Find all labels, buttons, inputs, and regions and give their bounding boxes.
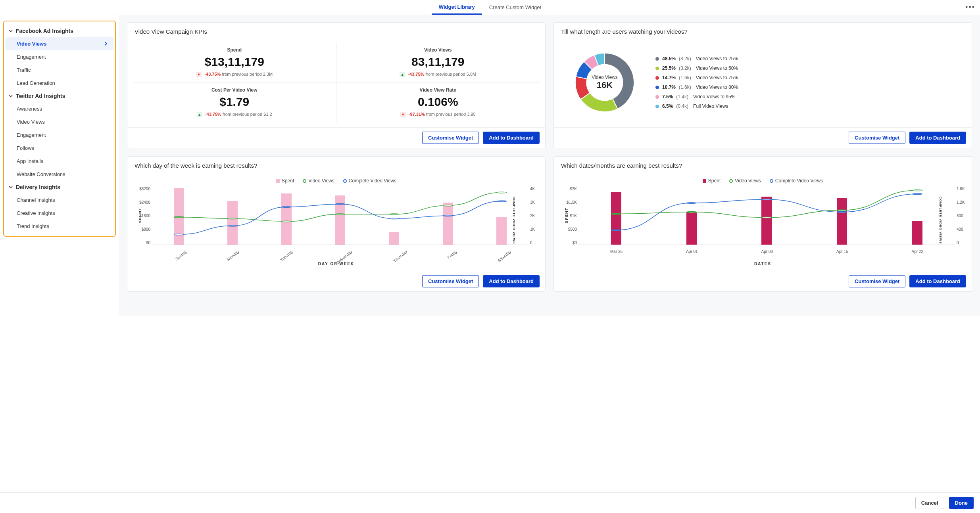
legend-row: 14.7% (1.6k) Video Views to 75% — [655, 73, 965, 82]
legend-dot-icon — [655, 105, 659, 108]
dates-chart: $2K$1.5K$1K$500$01.6K1.2K8004000Mar 25Ap… — [578, 187, 955, 252]
legend-count: (1.6k) — [679, 84, 691, 90]
sidebar-group-twitter[interactable]: Twitter Ad Insights — [6, 90, 113, 102]
svg-point-17 — [837, 210, 847, 211]
customise-widget-button[interactable]: Customise Widget — [422, 275, 479, 287]
svg-point-0 — [174, 216, 184, 218]
sidebar-item-trend-insights[interactable]: Trend Insights — [6, 220, 113, 233]
widget-video-view-kpis: Video View Campaign KPIs Spend $13,11,17… — [127, 22, 546, 148]
sidebar-item-engagement-tw[interactable]: Engagement — [6, 128, 113, 142]
sidebar-item-engagement[interactable]: Engagement — [6, 50, 113, 63]
trend-up-icon: ▲ — [400, 72, 405, 77]
legend-count: (1.4k) — [676, 94, 688, 100]
donut-center-label: Video Views — [592, 75, 618, 80]
sidebar-item-traffic[interactable]: Traffic — [6, 63, 113, 77]
widget-day-of-week-results: Which day of the week is earning best re… — [127, 156, 546, 292]
kpi-label: Video View Rate — [340, 87, 536, 93]
chevron-down-icon — [9, 185, 13, 190]
trend-down-icon: ▼ — [400, 112, 406, 117]
svg-point-1 — [228, 218, 238, 219]
sidebar-item-label: Video Views — [17, 41, 46, 47]
svg-point-19 — [611, 230, 621, 231]
svg-point-12 — [443, 215, 453, 216]
donut-chart: Video Views 16K — [561, 45, 648, 120]
customise-widget-button[interactable]: Customise Widget — [422, 132, 479, 144]
widget-gallery: Video View Campaign KPIs Spend $13,11,17… — [119, 15, 980, 316]
svg-point-6 — [497, 192, 507, 193]
legend-desc: Full Video Views — [693, 103, 728, 109]
legend-row: 25.5% (3.2k) Video Views to 50% — [655, 63, 965, 73]
sidebar-group-label: Facebook Ad Insights — [16, 28, 73, 34]
add-to-dashboard-button[interactable]: Add to Dashboard — [483, 132, 540, 144]
widget-title: Which dates/months are earning best resu… — [554, 157, 972, 173]
legend-count: (3.2k) — [679, 56, 691, 61]
sidebar-group-label: Delivery Insights — [16, 184, 60, 190]
widget-category-sidebar: Facebook Ad Insights Video Views Engagem… — [3, 21, 116, 237]
legend-count: (0.4k) — [676, 103, 688, 109]
kpi-delta: ▼ -43.75% from previous period 2.3M — [137, 72, 332, 77]
chevron-down-icon — [9, 94, 13, 98]
legend-pct: 7.5% — [662, 94, 673, 100]
y2-axis-label: COMPLETE VIDEO VIEWS — [939, 197, 943, 244]
add-to-dashboard-button[interactable]: Add to Dashboard — [909, 275, 966, 287]
sidebar-item-website-conversions[interactable]: Website Conversions — [6, 168, 113, 181]
legend-pct: 6.5% — [662, 103, 673, 109]
legend-pct: 14.7% — [662, 75, 676, 80]
sidebar-item-follows[interactable]: Follows — [6, 142, 113, 155]
more-menu-icon[interactable]: ••• — [965, 3, 975, 11]
donut-legend: 48.5% (3.2k) Video Views to 25% 25.5% (3… — [655, 54, 965, 111]
legend-pct: 25.5% — [662, 65, 676, 71]
sidebar-item-channel-insights[interactable]: Channel Insights — [6, 193, 113, 207]
kpi-delta: ▲ -43.75% from previous period $1.2 — [137, 112, 332, 117]
legend-dot-icon — [655, 86, 659, 89]
sidebar-item-video-views-tw[interactable]: Video Views — [6, 115, 113, 128]
tab-create-custom-widget[interactable]: Create Custom Widget — [482, 0, 549, 15]
widget-title: Video View Campaign KPIs — [127, 23, 545, 39]
customise-widget-button[interactable]: Customise Widget — [849, 275, 905, 287]
svg-point-8 — [228, 225, 238, 226]
sidebar-group-delivery[interactable]: Delivery Insights — [6, 181, 113, 193]
sidebar-item-lead-generation[interactable]: Lead Generation — [6, 77, 113, 90]
dow-chart: $3200$2400$1600$800$04K3K2K1K0SundayMond… — [152, 187, 528, 252]
kpi-delta: ▲ -43.75% from previous period 5.8M — [340, 72, 536, 77]
kpi-value: 83,11,179 — [340, 55, 536, 69]
svg-point-14 — [611, 213, 621, 214]
legend-row: 6.5% (0.4k) Full Video Views — [655, 101, 965, 111]
legend-desc: Video Views to 80% — [696, 84, 738, 90]
customise-widget-button[interactable]: Customise Widget — [849, 132, 905, 144]
tab-widget-library[interactable]: Widget Library — [432, 0, 482, 15]
kpi-label: Spend — [137, 47, 332, 53]
legend-item-label: Complete Video Views — [775, 178, 823, 184]
svg-point-3 — [335, 214, 345, 215]
sidebar-group-label: Twitter Ad Insights — [16, 93, 65, 99]
legend-row: 48.5% (3.2k) Video Views to 25% — [655, 54, 965, 63]
sidebar-group-facebook[interactable]: Facebook Ad Insights — [6, 25, 113, 37]
y2-axis-label: COMPLETE VIDEO VIEWS — [513, 197, 516, 244]
kpi-value: 0.106% — [340, 95, 536, 109]
x-axis-label: DATES — [559, 262, 966, 266]
sidebar-item-app-installs[interactable]: App Installs — [6, 155, 113, 168]
sidebar-item-creative-insights[interactable]: Creative Insights — [6, 207, 113, 220]
kpi-cell: Cost Per Video View $1.79 ▲ -43.75% from… — [133, 82, 336, 123]
sidebar-item-awareness[interactable]: Awareness — [6, 102, 113, 115]
svg-point-15 — [686, 212, 696, 213]
svg-point-13 — [497, 201, 507, 202]
legend-row: 7.5% (1.4k) Video Views to 95% — [655, 92, 965, 101]
svg-point-20 — [686, 203, 696, 204]
legend-count: (1.6k) — [679, 75, 691, 80]
legend-desc: Video Views to 95% — [693, 94, 735, 100]
legend-item-label: Video Views — [308, 178, 334, 184]
kpi-value: $1.79 — [137, 95, 332, 109]
sidebar-item-video-views[interactable]: Video Views — [6, 37, 113, 50]
kpi-label: Video Views — [340, 47, 536, 53]
svg-point-16 — [762, 217, 772, 218]
widget-title: Till what length are users watching your… — [554, 23, 972, 39]
top-tab-bar: Widget Library Create Custom Widget ••• — [0, 0, 980, 15]
add-to-dashboard-button[interactable]: Add to Dashboard — [483, 275, 540, 287]
kpi-cell: Video View Rate 0.106% ▼ -97.31% from pr… — [336, 82, 540, 123]
add-to-dashboard-button[interactable]: Add to Dashboard — [909, 132, 966, 144]
chevron-down-icon — [9, 29, 13, 33]
svg-point-5 — [443, 205, 453, 206]
svg-point-22 — [837, 212, 847, 213]
kpi-delta: ▼ -97.31% from previous period 3.95 — [340, 112, 536, 117]
